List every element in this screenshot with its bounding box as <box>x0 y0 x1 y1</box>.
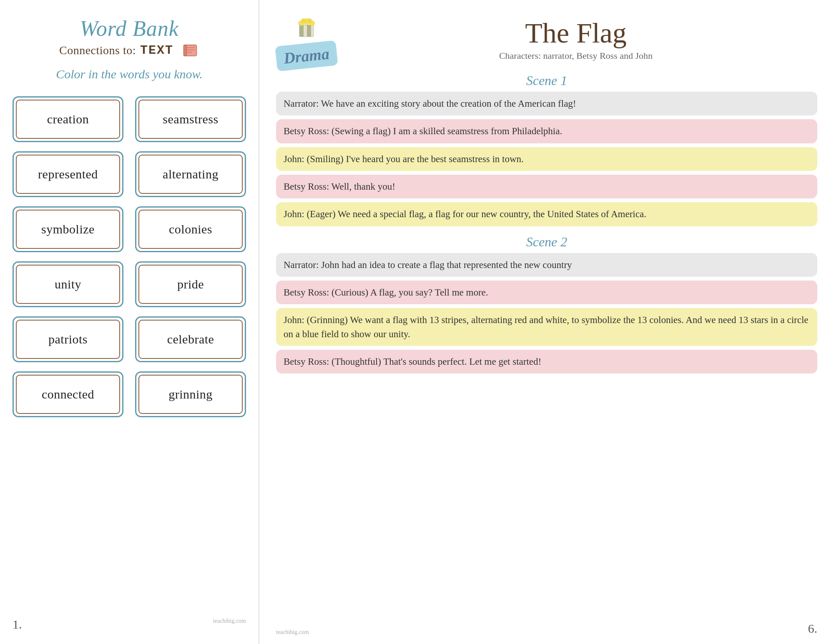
word-card-celebrate[interactable]: celebrate <box>135 316 246 362</box>
word-card-alternating[interactable]: alternating <box>135 151 246 197</box>
book-icon <box>181 41 199 60</box>
word-grid: creationseamstressrepresentedalternating… <box>13 96 246 417</box>
word-card-symbolize[interactable]: symbolize <box>13 206 123 252</box>
word-card-colonies[interactable]: colonies <box>135 206 246 252</box>
page-num-left: 1. <box>13 609 22 631</box>
word-card-seamstress[interactable]: seamstress <box>135 96 246 142</box>
svg-rect-14 <box>307 25 311 37</box>
dialogue-block-9: Betsy Ross: (Thoughtful) That's sounds p… <box>276 350 817 373</box>
scene1-title: Scene 1 <box>276 73 817 88</box>
watermark-right: teachibig.com <box>276 629 309 636</box>
connections-line: Connections to: TEXT <box>59 41 199 60</box>
dialogue-block-4: Betsy Ross: Well, thank you! <box>276 175 817 198</box>
word-bank-title: Word Bank <box>80 17 179 40</box>
word-card-creation[interactable]: creation <box>13 96 123 142</box>
dialogue-block-6: Narrator: John had an idea to create a f… <box>276 253 817 277</box>
right-footer: teachibig.com 6. <box>276 618 817 636</box>
svg-rect-13 <box>299 25 304 37</box>
dialogue-block-7: Betsy Ross: (Curious) A flag, you say? T… <box>276 281 817 304</box>
dialogue-block-8: John: (Grinning) We want a flag with 13 … <box>276 308 817 346</box>
word-card-grinning[interactable]: grinning <box>135 371 246 417</box>
right-header: Drama The Flag Characters: narrator, Bet… <box>276 13 817 61</box>
dialogue-block-5: John: (Eager) We need a special flag, a … <box>276 202 817 226</box>
svg-point-11 <box>301 18 306 23</box>
scene2-title: Scene 2 <box>276 234 817 250</box>
connections-label: Connections to: <box>59 44 136 57</box>
popcorn-icon <box>292 13 321 42</box>
word-card-patriots[interactable]: patriots <box>13 316 123 362</box>
word-card-connected[interactable]: connected <box>13 371 123 417</box>
color-instruction: Color in the words you know. <box>56 67 203 81</box>
drama-badge: Drama <box>275 40 338 72</box>
left-panel: Word Bank Connections to: TEXT Color in … <box>0 0 259 644</box>
svg-rect-1 <box>184 45 187 56</box>
word-card-represented[interactable]: represented <box>13 151 123 197</box>
svg-point-12 <box>307 18 312 23</box>
text-label: TEXT <box>140 43 173 58</box>
word-card-unity[interactable]: unity <box>13 261 123 307</box>
word-card-pride[interactable]: pride <box>135 261 246 307</box>
story-title: The Flag <box>499 17 653 50</box>
page-num-right: 6. <box>808 621 818 636</box>
characters-line: Characters: narrator, Betsy Ross and Joh… <box>499 50 653 61</box>
right-panel: Drama The Flag Characters: narrator, Bet… <box>259 0 834 644</box>
dialogue-block-1: Narrator: We have an exciting story abou… <box>276 92 817 115</box>
dialogue-block-2: Betsy Ross: (Sewing a flag) I am a skill… <box>276 119 817 143</box>
dialogue-block-3: John: (Smiling) I've heard you are the b… <box>276 147 817 171</box>
watermark-left: teachibig.com <box>213 618 246 624</box>
drama-badge-area: Drama <box>276 13 337 68</box>
